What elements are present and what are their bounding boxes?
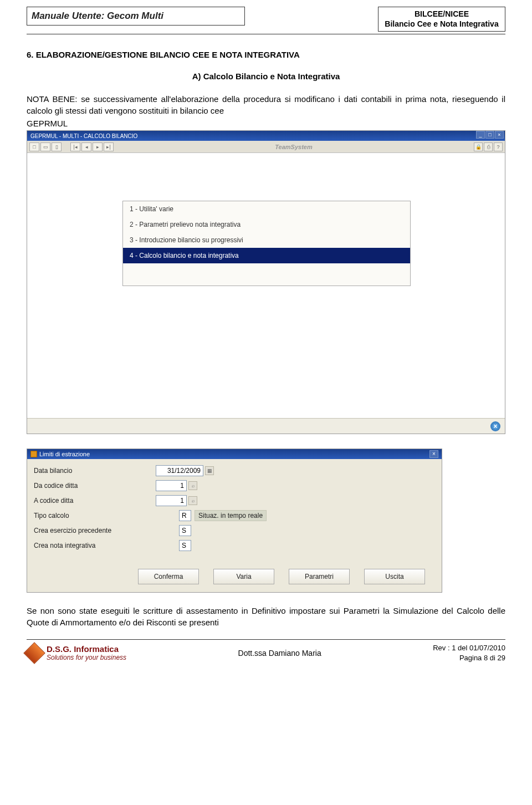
logo-text-main: D.S.G. Informatica [47, 645, 126, 654]
menu-item-2[interactable]: 2 - Parametri prelievo nota integrativa [123, 217, 410, 232]
to-code-label: A codice ditta [34, 497, 156, 505]
footer-rev: Rev : 1 del 01/07/2010 [433, 643, 505, 653]
dialog-button-bar: Conferma Varia Parametri Uscita [27, 559, 442, 592]
date-input[interactable] [156, 465, 203, 476]
hdr-code: BILCEE/NICEE [382, 9, 502, 19]
uscita-button[interactable]: Uscita [364, 569, 425, 584]
minimize-icon[interactable]: _ [476, 131, 485, 139]
from-code-input[interactable] [156, 480, 187, 491]
parametri-button[interactable]: Parametri [289, 569, 350, 584]
window-controls: _ □ × [476, 131, 504, 139]
nav-new-icon[interactable]: □ [29, 142, 39, 151]
vendor-brand: TeamSystem [275, 144, 312, 150]
from-code-label: Da codice ditta [34, 482, 156, 490]
nav-prev-icon[interactable]: ◂ [81, 142, 91, 151]
confirm-button[interactable]: Conferma [138, 569, 199, 584]
nav-first-icon[interactable]: |◂ [70, 142, 80, 151]
dialog-form: Data bilancio ▦ Da codice ditta ⌕ A codi… [27, 459, 442, 559]
header-rule [27, 34, 505, 34]
to-code-input[interactable] [156, 495, 187, 506]
nav-next-icon[interactable]: ▸ [93, 142, 103, 151]
footer-rule [27, 639, 505, 640]
calc-type-description: Situaz. in tempo reale [195, 510, 267, 521]
nav-buttons: □ ▭ ▯ |◂ ◂ ▸ ▸| [29, 142, 114, 151]
help-icon[interactable]: ? [494, 142, 503, 151]
logo-diamond-icon [23, 642, 45, 664]
page-footer: D.S.G. Informatica Solutions for your bu… [0, 643, 532, 669]
calendar-icon[interactable]: ▦ [205, 466, 214, 475]
note-int-label: Crea nota integrativa [34, 542, 156, 549]
toolbar: □ ▭ ▯ |◂ ◂ ▸ ▸| TeamSystem 🔒 ⎙ ? [27, 141, 505, 153]
close-circle-icon[interactable]: × [490, 421, 500, 431]
dialog-close-icon[interactable]: × [429, 450, 438, 458]
note-int-input[interactable] [179, 540, 191, 551]
maximize-icon[interactable]: □ [485, 131, 494, 139]
status-bar: × [27, 418, 505, 434]
header-right: BILCEE/NICEE Bilancio Cee e Nota Integra… [378, 7, 505, 32]
company-logo: D.S.G. Informatica Solutions for your bu… [27, 645, 126, 661]
close-icon[interactable]: × [495, 131, 504, 139]
date-label: Data bilancio [34, 467, 156, 475]
hdr-desc: Bilancio Cee e Nota Integrativa [382, 19, 502, 29]
window-title: GEPRMUL - MULTI - CALCOLO BILANCIO [30, 133, 137, 139]
app-canvas: 1 - Utilita' varie 2 - Parametri preliev… [27, 153, 505, 418]
lock-icon[interactable]: 🔒 [474, 142, 483, 151]
print-icon[interactable]: ⎙ [484, 142, 493, 151]
varia-button[interactable]: Varia [213, 569, 274, 584]
dialog-title: Limiti di estrazione [39, 451, 90, 457]
footer-author: Dott.ssa Damiano Maria [126, 649, 433, 658]
menu-item-4[interactable]: 4 - Calcolo bilancio e nota integrativa [123, 248, 410, 263]
menu-spacer [123, 263, 410, 286]
screenshot-main-menu: GEPRMUL - MULTI - CALCOLO BILANCIO _ □ ×… [27, 130, 505, 434]
section-title: 6. ELABORAZIONE/GESTIONE BILANCIO CEE E … [27, 50, 505, 59]
prev-year-label: Crea esercizio precedente [34, 527, 156, 534]
prev-year-input[interactable] [179, 525, 191, 536]
menu-panel: 1 - Utilita' varie 2 - Parametri preliev… [122, 201, 411, 286]
lookup-to-icon[interactable]: ⌕ [188, 496, 197, 505]
dialog-titlebar: Limiti di estrazione × [27, 449, 442, 459]
calc-type-input[interactable] [179, 510, 191, 521]
note-paragraph: NOTA BENE: se successivamente all'elabor… [27, 93, 505, 116]
lookup-from-icon[interactable]: ⌕ [188, 481, 197, 490]
dialog-icon [30, 451, 37, 457]
code-label: GEPRMUL [27, 119, 505, 128]
footer-right: Rev : 1 del 01/07/2010 Pagina 8 di 29 [433, 643, 505, 663]
footer-page: Pagina 8 di 29 [433, 653, 505, 663]
nav-open-icon[interactable]: ▭ [40, 142, 50, 151]
nav-folder-icon[interactable]: ▯ [52, 142, 62, 151]
nav-last-icon[interactable]: ▸| [104, 142, 114, 151]
screenshot-limits-dialog: Limiti di estrazione × Data bilancio ▦ D… [27, 449, 442, 593]
window-titlebar: GEPRMUL - MULTI - CALCOLO BILANCIO _ □ × [27, 131, 505, 141]
toolbar-right-icons: 🔒 ⎙ ? [474, 142, 503, 151]
menu-item-1[interactable]: 1 - Utilita' varie [123, 201, 410, 217]
manual-title: Manuale Utente: Gecom Multi [32, 11, 163, 21]
logo-text-sub: Solutions for your business [47, 654, 126, 661]
menu-item-3[interactable]: 3 - Introduzione bilancio su progressivi [123, 232, 410, 248]
calc-type-label: Tipo calcolo [34, 512, 156, 519]
footnote-paragraph: Se non sono state eseguiti le scritture … [27, 605, 505, 628]
subsection-title: A) Calcolo Bilancio e Nota Integrativa [0, 72, 532, 81]
header-left: Manuale Utente: Gecom Multi [27, 7, 245, 26]
